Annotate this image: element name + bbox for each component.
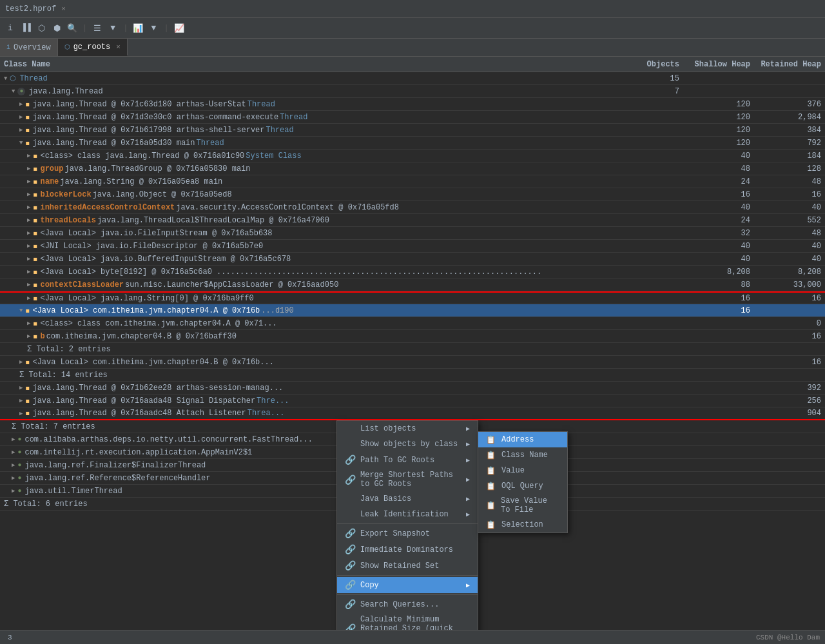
toolbar-open-icon[interactable]: ☰ xyxy=(91,22,104,35)
table-row[interactable]: ▶ ◼ threadLocals java.lang.ThreadLocal$T… xyxy=(0,214,825,227)
toolbar-dominator-icon[interactable]: ⬡ xyxy=(35,22,48,35)
row-objects xyxy=(632,284,683,286)
menu-item-show-retained-set[interactable]: 🔗 Show Retained Set xyxy=(337,558,478,574)
submenu-item-value[interactable]: 📋 Value xyxy=(478,463,567,478)
toolbar-search-icon[interactable]: 🔍 xyxy=(66,22,79,35)
table-row[interactable]: ▶ ◼ java.lang.Thread @ 0x71c63d180 artha… xyxy=(0,98,825,111)
title-bar-close[interactable]: × xyxy=(61,5,66,13)
table-row[interactable]: ▼ ⬡ Thread 15 xyxy=(0,72,825,85)
expand-arrow-icon[interactable]: ▶ xyxy=(12,436,15,443)
table-row[interactable]: ▼ ◼ <Java Local> com.itheima.jvm.chapter… xyxy=(0,304,825,317)
field-icon: ◼ xyxy=(33,204,37,211)
table-row[interactable]: ▶ ◼ java.lang.Thread @ 0x716aadc48 Attac… xyxy=(0,407,825,420)
field-icon: ◼ xyxy=(33,268,37,276)
expand-arrow-icon[interactable]: ▶ xyxy=(27,191,30,198)
menu-item-immediate-dominators[interactable]: 🔗 Immediate Dominators xyxy=(337,542,478,558)
expand-arrow-icon[interactable]: ▶ xyxy=(27,242,30,249)
expand-arrow-icon[interactable]: ▶ xyxy=(12,487,15,494)
menu-item-show-objects-by-class[interactable]: Show objects by class ▶ xyxy=(337,436,478,452)
expand-arrow-icon[interactable]: ▼ xyxy=(19,307,23,314)
expand-arrow-icon[interactable]: ▶ xyxy=(12,449,15,456)
menu-item-calc-min-retained[interactable]: 🔗 Calculate Minimum Retained Size (quick… xyxy=(337,612,478,630)
toolbar-query-icon[interactable]: ⬢ xyxy=(50,22,63,35)
expand-arrow-icon[interactable]: ▶ xyxy=(19,358,23,366)
toolbar-info-icon[interactable]: i xyxy=(4,22,17,35)
table-row[interactable]: ▶ ◼ <Java Local> java.io.BufferedInputSt… xyxy=(0,253,825,266)
expand-arrow-icon[interactable]: ▶ xyxy=(19,397,23,404)
status-bar-right: CSDN @Hello Dam xyxy=(756,634,820,641)
submenu-item-address[interactable]: 📋 Address xyxy=(478,432,567,447)
table-row[interactable]: ▶ ◼ inheritedAccessControlContext java.s… xyxy=(0,201,825,214)
row-shallow xyxy=(683,478,754,479)
expand-arrow-icon[interactable]: ▶ xyxy=(27,255,30,262)
table-row[interactable]: ▶ ◼ <Java Local> byte[8192] @ 0x716a5c6a… xyxy=(0,266,825,278)
table-row[interactable]: ▶ ◼ java.lang.Thread @ 0x716aada48 Signa… xyxy=(0,395,825,407)
table-row[interactable]: ▶ ◼ java.lang.Thread @ 0x71b617998 artha… xyxy=(0,124,825,137)
submenu-item-oql-query[interactable]: 📋 OQL Query xyxy=(478,478,567,494)
expand-arrow-icon[interactable]: ▶ xyxy=(12,462,15,469)
row-label: java.lang.Thread @ 0x716aada48 Signal Di… xyxy=(32,396,255,405)
menu-item-export-snapshot[interactable]: 🔗 Export Snapshot xyxy=(337,525,478,542)
table-row[interactable]: ▶ ◼ blockerLock java.lang.Object @ 0x716… xyxy=(0,188,825,201)
table-row[interactable]: ▶ ◼ java.lang.Thread @ 0x71d3e30c0 artha… xyxy=(0,111,825,124)
submenu-item-selection[interactable]: 📋 Selection xyxy=(478,517,567,532)
table-row[interactable]: ▶ ◼ <Java Local> java.io.FileInputStream… xyxy=(0,227,825,240)
menu-item-leak-identification[interactable]: Leak Identification ▶ xyxy=(337,507,478,522)
expand-arrow-icon[interactable]: ▶ xyxy=(19,113,23,121)
tab-overview[interactable]: i Overview xyxy=(0,39,58,56)
expand-arrow-icon[interactable]: ▶ xyxy=(27,204,30,211)
row-label: Σ Total: 7 entries xyxy=(12,422,95,431)
expand-arrow-icon[interactable]: ▶ xyxy=(27,165,30,172)
toolbar-open-dropdown-icon[interactable]: ▼ xyxy=(106,22,119,35)
menu-item-java-basics[interactable]: Java Basics ▶ xyxy=(337,491,478,507)
field-icon: ◼ xyxy=(25,126,29,134)
expand-arrow-icon[interactable]: ▶ xyxy=(27,217,30,224)
submenu-arrow-icon: ▶ xyxy=(466,495,470,503)
table-row[interactable]: ▶ ◼ group java.lang.ThreadGroup @ 0x716a… xyxy=(0,162,825,175)
table-row[interactable]: ▶ ◼ contextClassLoader sun.misc.Launcher… xyxy=(0,278,825,291)
table-row[interactable]: ▶ ◼ b com.itheima.jvm.chapter04.B @ 0x71… xyxy=(0,330,825,343)
row-objects xyxy=(632,387,683,389)
expand-arrow-icon[interactable]: ▶ xyxy=(27,229,30,237)
toolbar-report-dropdown-icon[interactable]: ▼ xyxy=(147,22,160,35)
submenu-item-class-name[interactable]: 📋 Class Name xyxy=(478,447,567,463)
expand-arrow-icon[interactable]: ▼ xyxy=(19,140,23,146)
expand-arrow-icon[interactable]: ▶ xyxy=(27,178,30,185)
row-shallow xyxy=(683,91,754,92)
expand-arrow-icon[interactable]: ▼ xyxy=(12,88,15,95)
tab-gc-roots-close[interactable]: × xyxy=(116,43,121,51)
expand-arrow-icon[interactable]: ▶ xyxy=(19,101,23,108)
table-row[interactable]: ▶ ◼ <class> class java.lang.Thread @ 0x7… xyxy=(0,150,825,162)
toolbar-histogram-icon[interactable]: ▐▐ xyxy=(19,22,32,35)
table-row[interactable]: ▶ ◼ <Java Local> java.lang.String[0] @ 0… xyxy=(0,291,825,304)
table-row[interactable]: ▶ ◼ <class> class com.itheima.jvm.chapte… xyxy=(0,317,825,330)
expand-arrow-icon[interactable]: ▼ xyxy=(4,75,7,82)
toolbar-chart-icon[interactable]: 📈 xyxy=(173,22,186,35)
table-row[interactable]: ▼ ● java.lang.Thread 7 xyxy=(0,85,825,98)
menu-item-merge-shortest-paths[interactable]: 🔗 Merge Shortest Paths to GC Roots ▶ xyxy=(337,468,478,491)
table-row[interactable]: ▼ ◼ java.lang.Thread @ 0x716a05d30 main … xyxy=(0,137,825,150)
table-row[interactable]: ▶ ◼ <JNI Local> java.io.FileDescriptor @… xyxy=(0,240,825,253)
toolbar-report-icon[interactable]: 📊 xyxy=(131,22,144,35)
expand-arrow-icon[interactable]: ▶ xyxy=(19,126,23,133)
submenu-item-save-value[interactable]: 📋 Save Value To File xyxy=(478,494,567,517)
expand-arrow-icon[interactable]: ▶ xyxy=(27,295,30,302)
menu-item-path-to-gc-roots[interactable]: 🔗 Path To GC Roots ▶ xyxy=(337,452,478,468)
table-row[interactable]: ▶ ◼ name java.lang.String @ 0x716a05ea8 … xyxy=(0,175,825,188)
row-objects xyxy=(632,310,683,311)
menu-item-search-queries[interactable]: 🔗 Search Queries... xyxy=(337,596,478,612)
menu-item-copy[interactable]: 🔗 Copy ▶ 📋 Address 📋 Class Name xyxy=(337,577,478,593)
expand-arrow-icon[interactable]: ▶ xyxy=(27,152,30,159)
expand-arrow-icon[interactable]: ▶ xyxy=(27,333,30,340)
menu-item-list-objects[interactable]: List objects ▶ xyxy=(337,421,478,436)
expand-arrow-icon[interactable]: ▶ xyxy=(27,281,30,288)
expand-arrow-icon[interactable]: ▶ xyxy=(27,268,30,275)
table-row[interactable]: ▶ ◼ java.lang.Thread @ 0x71b62ee28 artha… xyxy=(0,382,825,395)
expand-arrow-icon[interactable]: ▶ xyxy=(12,474,15,482)
tab-gc-roots[interactable]: ⬡ gc_roots × xyxy=(58,39,128,56)
expand-arrow-icon[interactable]: ▶ xyxy=(19,410,23,417)
row-objects xyxy=(632,413,683,414)
expand-arrow-icon[interactable]: ▶ xyxy=(27,320,30,327)
expand-arrow-icon[interactable]: ▶ xyxy=(19,384,23,391)
table-row[interactable]: ▶ ◼ <Java Local> com.itheima.jvm.chapter… xyxy=(0,356,825,369)
